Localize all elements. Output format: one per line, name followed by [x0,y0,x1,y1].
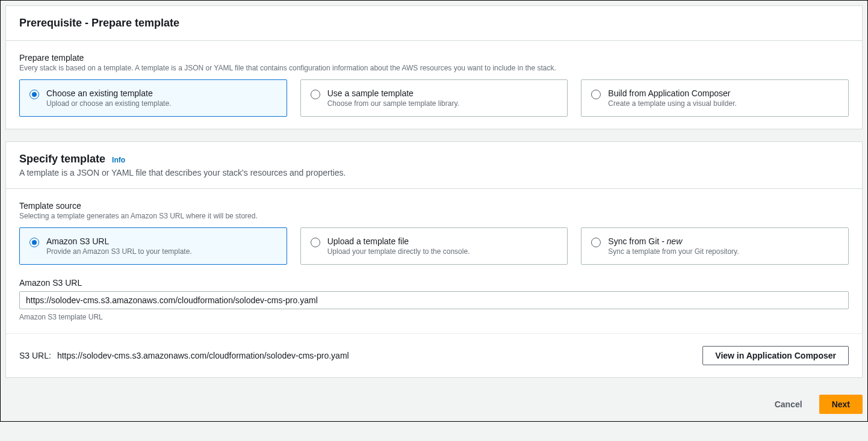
wizard-actions: Cancel Next [5,390,863,416]
specify-template-panel: Specify template Info A template is a JS… [5,141,863,378]
option-subtitle: Sync a template from your Git repository… [608,247,839,256]
option-title: Use a sample template [327,88,558,98]
new-tag: - new [662,236,682,246]
radio-icon [311,90,320,99]
option-application-composer[interactable]: Build from Application Composer Create a… [581,79,849,117]
radio-icon [591,90,601,99]
option-title: Build from Application Composer [608,88,839,98]
option-upload-file[interactable]: Upload a template file Upload your templ… [300,227,568,265]
s3-url-field-hint: Amazon S3 template URL [19,313,849,321]
option-title: Choose an existing template [46,88,277,98]
option-subtitle: Create a template using a visual builder… [608,99,839,108]
option-choose-existing[interactable]: Choose an existing template Upload or ch… [19,79,287,117]
radio-icon [591,238,601,247]
option-title: Sync from Git - new [608,236,839,246]
divider [6,333,862,334]
s3-url-summary-row: S3 URL: https://solodev-cms.s3.amazonaws… [19,346,849,365]
option-subtitle: Provide an Amazon S3 URL to your templat… [46,247,277,256]
specify-template-title: Specify template Info [19,153,849,165]
prepare-template-options: Choose an existing template Upload or ch… [19,79,849,117]
option-subtitle: Choose from our sample template library. [327,99,558,108]
cancel-button[interactable]: Cancel [763,395,814,414]
option-title: Upload a template file [327,236,558,246]
prerequisite-header: Prerequisite - Prepare template [6,6,862,41]
prepare-template-label: Prepare template [19,53,849,63]
specify-template-title-text: Specify template [19,153,105,165]
option-sync-git[interactable]: Sync from Git - new Sync a template from… [581,227,849,265]
option-subtitle: Upload your template directly to the con… [327,247,558,256]
specify-template-description: A template is a JSON or YAML file that d… [19,168,849,177]
option-title-text: Sync from Git [608,236,659,246]
view-composer-button[interactable]: View in Application Composer [702,346,849,365]
option-subtitle: Upload or choose an existing template. [46,99,277,108]
radio-icon [29,90,39,99]
s3-url-field-label: Amazon S3 URL [19,278,849,288]
s3-url-summary-label: S3 URL: [19,351,51,360]
radio-icon [311,238,320,247]
s3-url-summary-value: https://solodev-cms.s3.amazonaws.com/clo… [57,351,349,360]
template-source-options: Amazon S3 URL Provide an Amazon S3 URL t… [19,227,849,265]
template-source-label: Template source [19,201,849,211]
option-s3-url[interactable]: Amazon S3 URL Provide an Amazon S3 URL t… [19,227,287,265]
prerequisite-panel: Prerequisite - Prepare template Prepare … [5,5,863,129]
specify-template-header: Specify template Info A template is a JS… [6,142,862,189]
prerequisite-title: Prerequisite - Prepare template [19,17,849,29]
s3-url-input[interactable] [19,291,849,309]
info-link[interactable]: Info [112,156,125,164]
option-title: Amazon S3 URL [46,236,277,246]
next-button[interactable]: Next [819,395,863,414]
template-source-hint: Selecting a template generates an Amazon… [19,212,849,220]
radio-icon [29,238,39,247]
option-sample-template[interactable]: Use a sample template Choose from our sa… [300,79,568,117]
prepare-template-hint: Every stack is based on a template. A te… [19,64,849,72]
